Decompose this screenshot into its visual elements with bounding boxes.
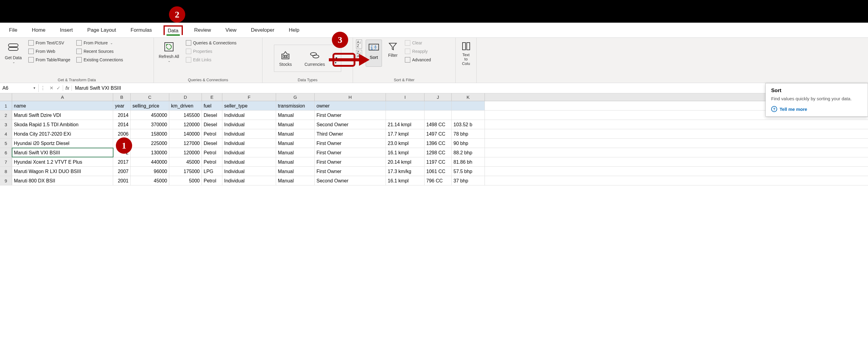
col-header-I[interactable]: I xyxy=(386,93,425,101)
row-header[interactable]: 9 xyxy=(0,176,12,185)
cell[interactable]: Manual xyxy=(276,129,315,138)
cell[interactable]: Individual xyxy=(222,167,276,176)
cell[interactable]: Maruti Swift VXI BSIII xyxy=(12,148,113,157)
cell[interactable]: 145500 xyxy=(169,111,202,119)
cell[interactable]: 2014 xyxy=(113,120,131,129)
cell[interactable]: Individual xyxy=(222,139,276,148)
row-header[interactable]: 3 xyxy=(0,120,12,129)
filter-button[interactable]: Filter xyxy=(385,39,400,59)
cell[interactable]: Second Owner xyxy=(315,176,386,185)
cell[interactable]: Diesel xyxy=(202,139,222,148)
cell[interactable]: First Owner xyxy=(315,157,386,166)
currencies-type[interactable]: Currencies xyxy=(303,49,327,68)
cell[interactable]: LPG xyxy=(202,167,222,176)
cell[interactable]: First Owner xyxy=(315,148,386,157)
from-text-csv-button[interactable]: From Text/CSV xyxy=(27,39,71,46)
col-header-C[interactable]: C xyxy=(131,93,169,101)
cell[interactable]: Petrol xyxy=(202,129,222,138)
cell[interactable]: Hyundai i20 Sportz Diesel xyxy=(12,139,113,148)
col-header-F[interactable]: F xyxy=(222,93,276,101)
tab-view[interactable]: View xyxy=(222,26,240,34)
cell[interactable]: 175000 xyxy=(169,167,202,176)
cell[interactable]: year xyxy=(113,101,131,110)
col-header-A[interactable]: A xyxy=(12,93,113,101)
cell[interactable] xyxy=(425,111,452,119)
cell[interactable] xyxy=(425,101,452,110)
tab-help[interactable]: Help xyxy=(286,26,302,34)
cell[interactable]: 17.7 kmpl xyxy=(386,129,425,138)
cell[interactable]: Manual xyxy=(276,176,315,185)
cell[interactable]: Manual xyxy=(276,157,315,166)
from-table-button[interactable]: From Table/Range xyxy=(27,56,71,63)
cell[interactable]: 1298 CC xyxy=(425,148,452,157)
text-to-columns-button[interactable]: Text toColu xyxy=(459,39,473,67)
stocks-type[interactable]: Stocks xyxy=(277,49,293,68)
cell[interactable]: 140000 xyxy=(169,129,202,138)
tab-page-layout[interactable]: Page Layout xyxy=(84,26,119,34)
tab-data[interactable]: Data xyxy=(163,25,183,35)
cell[interactable]: 130000 xyxy=(131,148,169,157)
cell[interactable]: First Owner xyxy=(315,111,386,119)
cell[interactable] xyxy=(386,111,425,119)
select-all-corner[interactable] xyxy=(0,93,12,101)
row-header[interactable]: 5 xyxy=(0,139,12,148)
cell[interactable]: 78 bhp xyxy=(452,129,485,138)
cell[interactable]: Individual xyxy=(222,148,276,157)
name-box-options[interactable]: ⋮ xyxy=(39,85,47,91)
row-header[interactable]: 6 xyxy=(0,148,12,157)
cell[interactable]: 81.86 bh xyxy=(452,157,485,166)
tell-me-more-link[interactable]: ? Tell me more xyxy=(771,106,862,112)
cell[interactable]: owner xyxy=(315,101,386,110)
cell[interactable]: Maruti 800 DX BSII xyxy=(12,176,113,185)
cell[interactable]: 1498 CC xyxy=(425,120,452,129)
tab-formulas[interactable]: Formulas xyxy=(128,26,155,34)
cell[interactable]: 17.3 km/kg xyxy=(386,167,425,176)
cell[interactable]: seller_type xyxy=(222,101,276,110)
row-header[interactable]: 4 xyxy=(0,129,12,138)
cell[interactable]: 20.14 kmpl xyxy=(386,157,425,166)
tab-review[interactable]: Review xyxy=(191,26,214,34)
enter-icon[interactable]: ✓ xyxy=(56,85,60,91)
cell[interactable]: Diesel xyxy=(202,120,222,129)
cell[interactable]: 88.2 bhp xyxy=(452,148,485,157)
tab-file[interactable]: File xyxy=(6,26,20,34)
cell[interactable] xyxy=(452,101,485,110)
cell[interactable]: First Owner xyxy=(315,139,386,148)
tab-insert[interactable]: Insert xyxy=(57,26,76,34)
cell[interactable]: Diesel xyxy=(202,111,222,119)
cell[interactable]: 158000 xyxy=(131,129,169,138)
cell[interactable]: 225000 xyxy=(131,139,169,148)
cell[interactable]: Third Owner xyxy=(315,129,386,138)
get-data-button[interactable]: Get Data xyxy=(3,39,24,65)
col-header-K[interactable]: K xyxy=(452,93,485,101)
cell[interactable]: Petrol xyxy=(202,157,222,166)
cell[interactable]: Honda City 2017-2020 EXi xyxy=(12,129,113,138)
cell[interactable]: 103.52 b xyxy=(452,120,485,129)
cell[interactable]: 1497 CC xyxy=(425,129,452,138)
cell[interactable]: Petrol xyxy=(202,176,222,185)
cell[interactable]: 2007 xyxy=(113,167,131,176)
cell[interactable]: 127000 xyxy=(169,139,202,148)
cell[interactable]: Individual xyxy=(222,111,276,119)
cell[interactable]: 2001 xyxy=(113,176,131,185)
cell[interactable]: Second Owner xyxy=(315,120,386,129)
cell[interactable]: 16.1 kmpl xyxy=(386,148,425,157)
cell[interactable]: 23.0 kmpl xyxy=(386,139,425,148)
cell[interactable]: Individual xyxy=(222,120,276,129)
cell[interactable]: 96000 xyxy=(131,167,169,176)
cell[interactable]: km_driven xyxy=(169,101,202,110)
cell[interactable]: 120000 xyxy=(169,148,202,157)
cell[interactable]: 370000 xyxy=(131,120,169,129)
cell[interactable]: transmission xyxy=(276,101,315,110)
cell[interactable]: Individual xyxy=(222,176,276,185)
cell[interactable]: Hyundai Xcent 1.2 VTVT E Plus xyxy=(12,157,113,166)
tab-developer[interactable]: Developer xyxy=(248,26,278,34)
cell[interactable] xyxy=(386,101,425,110)
cell[interactable]: 37 bhp xyxy=(452,176,485,185)
cell[interactable]: First Owner xyxy=(315,167,386,176)
row-header[interactable]: 7 xyxy=(0,157,12,166)
cell[interactable]: Maruti Wagon R LXI DUO BSIII xyxy=(12,167,113,176)
col-header-H[interactable]: H xyxy=(315,93,386,101)
cell[interactable]: 2017 xyxy=(113,157,131,166)
sort-az-button[interactable]: A↓Z xyxy=(356,39,362,49)
